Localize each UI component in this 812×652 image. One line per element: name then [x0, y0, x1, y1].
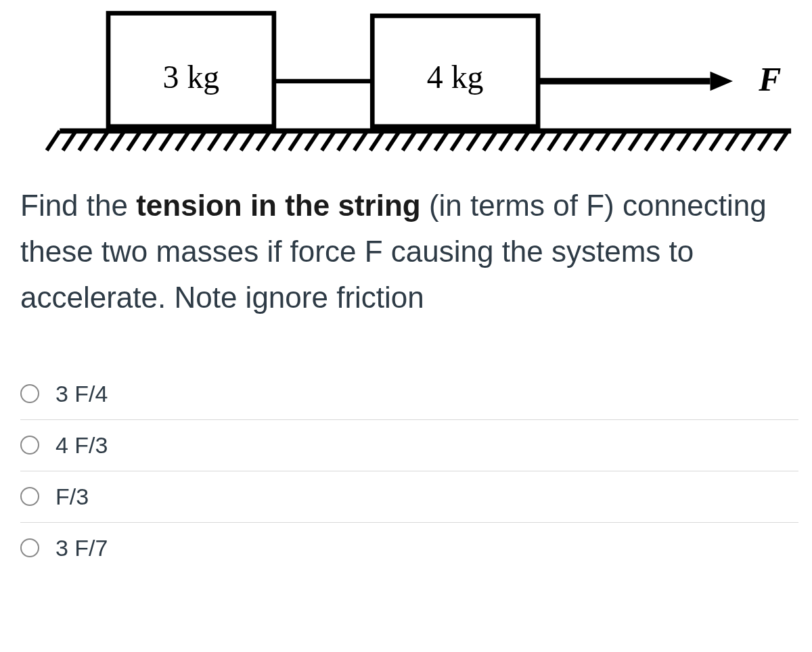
svg-line-7 — [160, 131, 173, 151]
svg-line-5 — [128, 131, 141, 151]
svg-line-37 — [646, 131, 658, 151]
svg-line-0 — [47, 131, 60, 151]
options-list: 3 F/4 4 F/3 F/3 3 F/7 — [0, 342, 812, 587]
svg-line-2 — [79, 131, 92, 151]
svg-line-4 — [112, 131, 125, 151]
svg-line-11 — [225, 131, 238, 151]
svg-line-15 — [290, 131, 302, 151]
svg-line-29 — [516, 131, 529, 151]
question-bold: tension in the string — [136, 189, 420, 222]
svg-line-44 — [759, 131, 771, 151]
question-part-1: Find the — [20, 189, 136, 222]
ground-hatching — [47, 131, 788, 151]
radio-icon — [20, 538, 39, 557]
svg-line-3 — [95, 131, 108, 151]
option-4-label: 3 F/7 — [55, 535, 108, 561]
svg-line-6 — [144, 131, 157, 151]
force-label: F — [758, 61, 781, 98]
svg-line-14 — [273, 131, 286, 151]
radio-icon — [20, 487, 39, 506]
option-4[interactable]: 3 F/7 — [20, 523, 798, 574]
svg-line-31 — [548, 131, 561, 151]
svg-line-32 — [564, 131, 577, 151]
svg-line-27 — [484, 131, 497, 151]
svg-line-12 — [241, 131, 254, 151]
radio-icon — [20, 384, 39, 403]
svg-line-25 — [451, 131, 464, 151]
block-2-label: 4 kg — [427, 59, 484, 95]
svg-line-13 — [257, 131, 270, 151]
svg-line-43 — [742, 131, 755, 151]
option-1-label: 3 F/4 — [55, 381, 108, 407]
svg-line-20 — [370, 131, 383, 151]
svg-line-17 — [322, 131, 335, 151]
svg-line-41 — [710, 131, 723, 151]
svg-line-34 — [597, 131, 610, 151]
svg-line-40 — [694, 131, 707, 151]
svg-line-22 — [403, 131, 415, 151]
physics-diagram: 3 kg 4 kg F — [0, 0, 812, 156]
svg-line-21 — [386, 131, 399, 151]
svg-line-30 — [533, 131, 545, 151]
svg-line-10 — [208, 131, 221, 151]
diagram-svg: 3 kg 4 kg F — [0, 7, 812, 156]
block-1-label: 3 kg — [163, 59, 220, 95]
svg-line-28 — [500, 131, 513, 151]
svg-line-1 — [63, 131, 76, 151]
svg-line-45 — [775, 131, 788, 151]
svg-line-16 — [306, 131, 319, 151]
svg-line-19 — [354, 131, 367, 151]
svg-line-18 — [338, 131, 351, 151]
svg-line-26 — [468, 131, 480, 151]
option-3[interactable]: F/3 — [20, 471, 798, 523]
option-2[interactable]: 4 F/3 — [20, 420, 798, 471]
radio-icon — [20, 436, 39, 455]
svg-line-8 — [176, 131, 189, 151]
option-2-label: 4 F/3 — [55, 432, 108, 459]
svg-line-35 — [613, 131, 626, 151]
force-arrow-head — [710, 72, 733, 91]
svg-line-24 — [435, 131, 448, 151]
option-3-label: F/3 — [55, 484, 89, 510]
question-text: Find the tension in the string (in terms… — [0, 156, 812, 342]
svg-line-38 — [662, 131, 675, 151]
svg-line-42 — [726, 131, 739, 151]
svg-line-39 — [678, 131, 691, 151]
svg-line-33 — [581, 131, 593, 151]
option-1[interactable]: 3 F/4 — [20, 369, 798, 420]
svg-line-36 — [629, 131, 642, 151]
svg-line-9 — [192, 131, 205, 151]
svg-line-23 — [419, 131, 432, 151]
